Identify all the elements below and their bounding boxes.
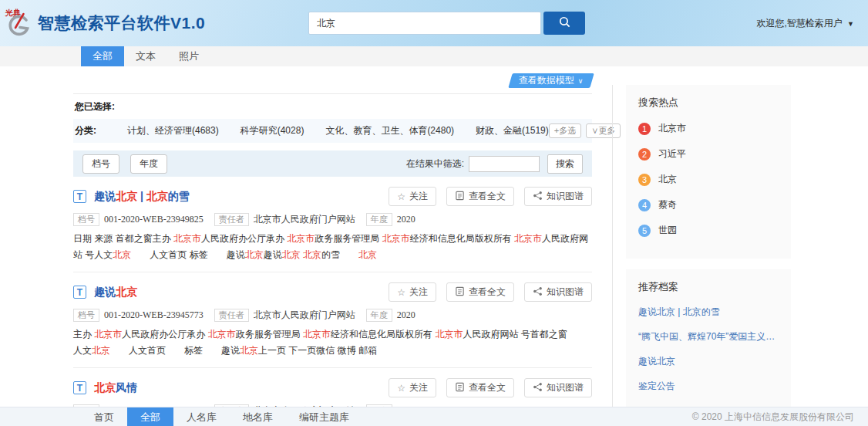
follow-button[interactable]: ☆关注	[389, 282, 436, 302]
category-item[interactable]: 科学研究(4028)	[241, 124, 304, 137]
search-button[interactable]	[543, 12, 585, 35]
view-fulltext-button[interactable]: 查看全文	[446, 378, 514, 397]
category-items: 计划、经济管理(4683) 科学研究(4028) 文化、教育、卫生、体育(248…	[127, 124, 549, 137]
text-segment: 主办	[73, 329, 94, 340]
view-data-model-label: 查看数据模型	[519, 75, 574, 86]
footer-item-place-db[interactable]: 地名库	[230, 407, 286, 426]
category-label: 分类:	[75, 124, 96, 137]
category-row: 分类: 计划、经济管理(4683) 科学研究(4028) 文化、教育、卫生、体育…	[73, 119, 592, 143]
result-title-link[interactable]: 趣说北京	[94, 286, 137, 299]
multi-select-button[interactable]: +多选	[549, 123, 581, 138]
hot-search-item[interactable]: 5 世园	[638, 224, 779, 237]
result-item: T 趣说北京 | 北京的雪 ☆关注 查看全文 知识图谱 档号 001-2020-…	[73, 177, 592, 272]
footer-item-all[interactable]: 全部	[127, 407, 173, 426]
hot-search-item[interactable]: 2 习近平	[638, 147, 779, 161]
result-header: T 北京风情 ☆关注 查看全文 知识图谱	[73, 378, 592, 397]
tab-all[interactable]: 全部	[81, 46, 124, 66]
refine-input[interactable]	[469, 156, 540, 172]
text-segment: 趣说	[264, 249, 282, 260]
footer-item-person-db[interactable]: 人名库	[173, 407, 230, 426]
tab-photo[interactable]: 照片	[167, 46, 210, 66]
hot-search-title: 搜索热点	[638, 96, 779, 110]
search-input[interactable]	[308, 12, 541, 35]
view-model-row: 查看数据模型∨	[73, 73, 592, 88]
copyright-text: © 2020 上海中信信息发展股份有限公司	[692, 411, 854, 424]
search-bar	[308, 12, 585, 35]
text-segment: 政务服务管理局	[315, 233, 382, 244]
author-tag: 责任者	[214, 309, 249, 322]
result-type-tabs: 全部 文本 照片	[0, 46, 868, 66]
recommend-link[interactable]: 鉴定公告	[638, 380, 779, 393]
graph-label: 知识图谱	[547, 381, 584, 394]
view-fulltext-button[interactable]: 查看全文	[446, 187, 514, 206]
fulltext-label: 查看全文	[469, 190, 506, 203]
author-value: 北京市人民政府门户网站	[254, 213, 355, 226]
graph-icon	[533, 286, 543, 299]
category-item[interactable]: 计划、经济管理(4683)	[127, 124, 219, 137]
text-segment: 趣说	[94, 286, 116, 298]
hot-search-text: 世园	[658, 224, 677, 237]
view-data-model-button[interactable]: 查看数据模型∨	[509, 73, 594, 88]
category-item[interactable]: 文化、教育、卫生、体育(2480)	[325, 124, 454, 137]
text-segment: 的雪	[321, 249, 358, 260]
rank-badge: 5	[638, 225, 651, 237]
graph-icon	[533, 191, 543, 203]
main-column: 查看数据模型∨ 您已选择: 分类: 计划、经济管理(4683) 科学研究(402…	[73, 66, 592, 426]
highlight-keyword: 北京	[116, 190, 137, 202]
result-header: T 趣说北京 | 北京的雪 ☆关注 查看全文 知识图谱	[73, 187, 592, 206]
follow-button[interactable]: ☆关注	[389, 378, 436, 397]
follow-label: 关注	[409, 286, 428, 299]
text-type-icon: T	[73, 381, 86, 394]
fulltext-label: 查看全文	[469, 286, 506, 299]
result-actions: ☆关注 查看全文 知识图谱	[389, 282, 592, 302]
footer-item-topic-db[interactable]: 编研主题库	[286, 407, 362, 426]
recommend-link[interactable]: 趣说北京 | 北京的雪	[638, 306, 779, 319]
hot-search-item[interactable]: 4 蔡奇	[638, 198, 779, 211]
text-segment: 日期 来源 首都之窗主办	[73, 233, 173, 244]
hot-search-item[interactable]: 3 北京	[638, 173, 779, 186]
text-segment: 上一页 下一页微信 微博 邮箱	[258, 345, 377, 356]
knowledge-graph-button[interactable]: 知识图谱	[524, 187, 592, 206]
user-menu[interactable]: 欢迎您,智慧检索用户 ▼	[756, 17, 854, 30]
hot-search-item[interactable]: 1 北京市	[638, 122, 779, 135]
hot-search-text: 北京市	[658, 122, 686, 135]
view-fulltext-button[interactable]: 查看全文	[446, 282, 514, 302]
star-icon: ☆	[397, 384, 405, 393]
highlight-keyword: 北京市	[303, 329, 331, 340]
highlight-keyword: 北京	[116, 286, 137, 298]
knowledge-graph-button[interactable]: 知识图谱	[524, 378, 592, 397]
document-icon	[455, 382, 465, 394]
highlight-keyword: 北京市	[208, 329, 236, 340]
rank-badge: 2	[638, 148, 651, 161]
chevron-down-icon: ▼	[847, 20, 854, 28]
archive-no-value: 001-2020-WEB-23945773	[104, 309, 204, 321]
category-actions: +多选 ∨更多	[549, 123, 621, 138]
graph-label: 知识图谱	[547, 190, 584, 203]
content-area: 查看数据模型∨ 您已选择: 分类: 计划、经济管理(4683) 科学研究(402…	[0, 66, 868, 426]
result-actions: ☆关注 查看全文 知识图谱	[389, 378, 592, 397]
recommend-link[interactable]: “腾飞中国、辉煌70年”爱国主义教育活动在李大钊故…	[638, 330, 779, 343]
archive-no-tag: 档号	[73, 213, 99, 226]
author-tag: 责任者	[214, 213, 249, 226]
knowledge-graph-button[interactable]: 知识图谱	[524, 282, 592, 302]
refine-search-button[interactable]: 搜索	[547, 154, 583, 174]
year-tag: 年度	[366, 213, 392, 226]
highlight-keyword: 北京	[303, 249, 321, 260]
follow-button[interactable]: ☆关注	[389, 187, 436, 206]
highlight-keyword: 北京	[92, 345, 110, 356]
result-meta: 档号 001-2020-WEB-23945773 责任者 北京市人民政府门户网站…	[73, 309, 592, 322]
app-logo-icon: 光典	[4, 7, 32, 40]
archive-no-filter-button[interactable]: 档号	[82, 154, 119, 174]
year-filter-button[interactable]: 年度	[130, 154, 167, 174]
category-item[interactable]: 财政、金融(1519)	[476, 124, 549, 137]
sidebar: 搜索热点 1 北京市 2 习近平 3 北京 4 蔡奇 5	[612, 85, 791, 414]
magnifier-icon	[558, 15, 571, 31]
result-title-link[interactable]: 北京风情	[94, 381, 137, 395]
document-icon	[455, 286, 465, 299]
highlight-keyword: 北京	[146, 190, 168, 202]
tab-text[interactable]: 文本	[124, 46, 167, 66]
author-value: 北京市人民政府门户网站	[254, 309, 355, 322]
footer-item-home[interactable]: 首页	[81, 407, 127, 426]
recommend-link[interactable]: 趣说北京	[638, 355, 779, 368]
result-title-link[interactable]: 趣说北京 | 北京的雪	[94, 190, 190, 204]
